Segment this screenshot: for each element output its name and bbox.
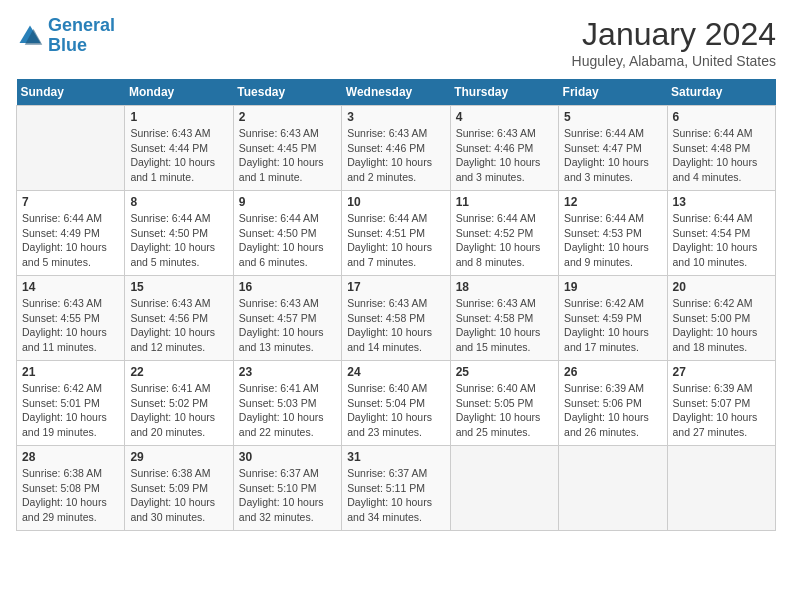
- weekday-friday: Friday: [559, 79, 667, 106]
- calendar-cell: 3Sunrise: 6:43 AMSunset: 4:46 PMDaylight…: [342, 106, 450, 191]
- calendar-cell: 16Sunrise: 6:43 AMSunset: 4:57 PMDayligh…: [233, 276, 341, 361]
- day-number: 17: [347, 280, 444, 294]
- logo: General Blue: [16, 16, 115, 56]
- day-info: Sunrise: 6:41 AMSunset: 5:02 PMDaylight:…: [130, 381, 227, 440]
- calendar-cell: 28Sunrise: 6:38 AMSunset: 5:08 PMDayligh…: [17, 446, 125, 531]
- day-info: Sunrise: 6:44 AMSunset: 4:49 PMDaylight:…: [22, 211, 119, 270]
- calendar-cell: 17Sunrise: 6:43 AMSunset: 4:58 PMDayligh…: [342, 276, 450, 361]
- day-number: 18: [456, 280, 553, 294]
- day-number: 22: [130, 365, 227, 379]
- day-number: 2: [239, 110, 336, 124]
- logo-blue: Blue: [48, 35, 87, 55]
- day-info: Sunrise: 6:42 AMSunset: 5:00 PMDaylight:…: [673, 296, 770, 355]
- calendar-body: 1Sunrise: 6:43 AMSunset: 4:44 PMDaylight…: [17, 106, 776, 531]
- calendar-cell: 18Sunrise: 6:43 AMSunset: 4:58 PMDayligh…: [450, 276, 558, 361]
- day-info: Sunrise: 6:44 AMSunset: 4:48 PMDaylight:…: [673, 126, 770, 185]
- calendar-cell: [667, 446, 775, 531]
- calendar-header: Sunday Monday Tuesday Wednesday Thursday…: [17, 79, 776, 106]
- day-info: Sunrise: 6:40 AMSunset: 5:05 PMDaylight:…: [456, 381, 553, 440]
- weekday-thursday: Thursday: [450, 79, 558, 106]
- day-number: 7: [22, 195, 119, 209]
- calendar-cell: [559, 446, 667, 531]
- day-number: 28: [22, 450, 119, 464]
- day-number: 10: [347, 195, 444, 209]
- calendar-cell: 25Sunrise: 6:40 AMSunset: 5:05 PMDayligh…: [450, 361, 558, 446]
- calendar-cell: 10Sunrise: 6:44 AMSunset: 4:51 PMDayligh…: [342, 191, 450, 276]
- calendar-week-3: 21Sunrise: 6:42 AMSunset: 5:01 PMDayligh…: [17, 361, 776, 446]
- day-number: 8: [130, 195, 227, 209]
- day-number: 26: [564, 365, 661, 379]
- calendar-table: Sunday Monday Tuesday Wednesday Thursday…: [16, 79, 776, 531]
- calendar-week-0: 1Sunrise: 6:43 AMSunset: 4:44 PMDaylight…: [17, 106, 776, 191]
- day-number: 30: [239, 450, 336, 464]
- calendar-week-2: 14Sunrise: 6:43 AMSunset: 4:55 PMDayligh…: [17, 276, 776, 361]
- calendar-cell: 2Sunrise: 6:43 AMSunset: 4:45 PMDaylight…: [233, 106, 341, 191]
- location: Huguley, Alabama, United States: [572, 53, 776, 69]
- calendar-cell: 26Sunrise: 6:39 AMSunset: 5:06 PMDayligh…: [559, 361, 667, 446]
- day-number: 20: [673, 280, 770, 294]
- calendar-cell: [450, 446, 558, 531]
- calendar-cell: 4Sunrise: 6:43 AMSunset: 4:46 PMDaylight…: [450, 106, 558, 191]
- day-number: 23: [239, 365, 336, 379]
- day-info: Sunrise: 6:43 AMSunset: 4:45 PMDaylight:…: [239, 126, 336, 185]
- title-area: January 2024 Huguley, Alabama, United St…: [572, 16, 776, 69]
- calendar-cell: 31Sunrise: 6:37 AMSunset: 5:11 PMDayligh…: [342, 446, 450, 531]
- calendar-cell: 9Sunrise: 6:44 AMSunset: 4:50 PMDaylight…: [233, 191, 341, 276]
- day-number: 25: [456, 365, 553, 379]
- day-info: Sunrise: 6:44 AMSunset: 4:47 PMDaylight:…: [564, 126, 661, 185]
- day-number: 16: [239, 280, 336, 294]
- day-info: Sunrise: 6:44 AMSunset: 4:53 PMDaylight:…: [564, 211, 661, 270]
- calendar-week-1: 7Sunrise: 6:44 AMSunset: 4:49 PMDaylight…: [17, 191, 776, 276]
- day-number: 29: [130, 450, 227, 464]
- day-number: 5: [564, 110, 661, 124]
- calendar-cell: 1Sunrise: 6:43 AMSunset: 4:44 PMDaylight…: [125, 106, 233, 191]
- calendar-cell: 15Sunrise: 6:43 AMSunset: 4:56 PMDayligh…: [125, 276, 233, 361]
- day-info: Sunrise: 6:44 AMSunset: 4:51 PMDaylight:…: [347, 211, 444, 270]
- day-number: 19: [564, 280, 661, 294]
- day-info: Sunrise: 6:37 AMSunset: 5:11 PMDaylight:…: [347, 466, 444, 525]
- day-info: Sunrise: 6:43 AMSunset: 4:56 PMDaylight:…: [130, 296, 227, 355]
- calendar-cell: 5Sunrise: 6:44 AMSunset: 4:47 PMDaylight…: [559, 106, 667, 191]
- day-info: Sunrise: 6:42 AMSunset: 5:01 PMDaylight:…: [22, 381, 119, 440]
- day-info: Sunrise: 6:44 AMSunset: 4:54 PMDaylight:…: [673, 211, 770, 270]
- day-info: Sunrise: 6:44 AMSunset: 4:52 PMDaylight:…: [456, 211, 553, 270]
- day-info: Sunrise: 6:43 AMSunset: 4:55 PMDaylight:…: [22, 296, 119, 355]
- day-number: 1: [130, 110, 227, 124]
- day-info: Sunrise: 6:40 AMSunset: 5:04 PMDaylight:…: [347, 381, 444, 440]
- day-number: 13: [673, 195, 770, 209]
- day-number: 31: [347, 450, 444, 464]
- calendar-cell: 30Sunrise: 6:37 AMSunset: 5:10 PMDayligh…: [233, 446, 341, 531]
- calendar-cell: 11Sunrise: 6:44 AMSunset: 4:52 PMDayligh…: [450, 191, 558, 276]
- page-header: General Blue January 2024 Huguley, Alaba…: [16, 16, 776, 69]
- day-info: Sunrise: 6:38 AMSunset: 5:09 PMDaylight:…: [130, 466, 227, 525]
- logo-icon: [16, 22, 44, 50]
- day-info: Sunrise: 6:43 AMSunset: 4:44 PMDaylight:…: [130, 126, 227, 185]
- weekday-monday: Monday: [125, 79, 233, 106]
- logo-text: General Blue: [48, 16, 115, 56]
- calendar-cell: [17, 106, 125, 191]
- day-info: Sunrise: 6:44 AMSunset: 4:50 PMDaylight:…: [239, 211, 336, 270]
- day-info: Sunrise: 6:43 AMSunset: 4:58 PMDaylight:…: [456, 296, 553, 355]
- day-info: Sunrise: 6:43 AMSunset: 4:58 PMDaylight:…: [347, 296, 444, 355]
- calendar-cell: 24Sunrise: 6:40 AMSunset: 5:04 PMDayligh…: [342, 361, 450, 446]
- weekday-tuesday: Tuesday: [233, 79, 341, 106]
- day-number: 11: [456, 195, 553, 209]
- day-number: 24: [347, 365, 444, 379]
- calendar-cell: 29Sunrise: 6:38 AMSunset: 5:09 PMDayligh…: [125, 446, 233, 531]
- day-info: Sunrise: 6:41 AMSunset: 5:03 PMDaylight:…: [239, 381, 336, 440]
- calendar-cell: 22Sunrise: 6:41 AMSunset: 5:02 PMDayligh…: [125, 361, 233, 446]
- month-title: January 2024: [572, 16, 776, 53]
- day-info: Sunrise: 6:44 AMSunset: 4:50 PMDaylight:…: [130, 211, 227, 270]
- weekday-sunday: Sunday: [17, 79, 125, 106]
- day-number: 12: [564, 195, 661, 209]
- calendar-cell: 12Sunrise: 6:44 AMSunset: 4:53 PMDayligh…: [559, 191, 667, 276]
- day-number: 21: [22, 365, 119, 379]
- day-info: Sunrise: 6:39 AMSunset: 5:06 PMDaylight:…: [564, 381, 661, 440]
- weekday-saturday: Saturday: [667, 79, 775, 106]
- calendar-cell: 13Sunrise: 6:44 AMSunset: 4:54 PMDayligh…: [667, 191, 775, 276]
- day-number: 27: [673, 365, 770, 379]
- calendar-cell: 21Sunrise: 6:42 AMSunset: 5:01 PMDayligh…: [17, 361, 125, 446]
- calendar-cell: 19Sunrise: 6:42 AMSunset: 4:59 PMDayligh…: [559, 276, 667, 361]
- calendar-cell: 7Sunrise: 6:44 AMSunset: 4:49 PMDaylight…: [17, 191, 125, 276]
- day-info: Sunrise: 6:37 AMSunset: 5:10 PMDaylight:…: [239, 466, 336, 525]
